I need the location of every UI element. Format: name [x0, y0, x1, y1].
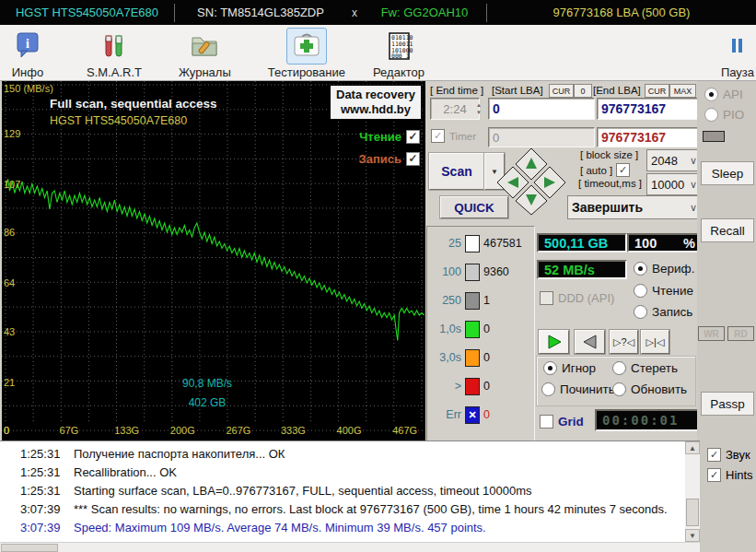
info-button[interactable]: i Инфо — [7, 28, 48, 79]
write-toggle[interactable]: Запись ✓ — [359, 152, 420, 166]
toolbar-label: Редактор — [373, 65, 425, 79]
hints-checkbox[interactable]: ✓ Hints — [707, 468, 753, 482]
seek-error-button[interactable]: ▷?◁ — [610, 330, 638, 354]
drive-capacity: 976773168 LBA (500 GB) — [487, 0, 756, 25]
elapsed-timer-display: 00:00:01 — [595, 409, 703, 431]
start-lba-input[interactable]: 0 — [488, 98, 595, 120]
timer-checkbox[interactable]: ✓ Timer — [431, 129, 476, 143]
close-icon[interactable]: x — [346, 0, 363, 25]
action-refresh-radio[interactable]: Обновить — [612, 382, 687, 396]
stats-color-swatch — [465, 349, 480, 367]
drive-model: HGST HTS545050A7E680 — [0, 0, 174, 25]
stats-threshold: 250 — [430, 294, 461, 307]
stats-color-swatch: ✕ — [465, 406, 480, 424]
log-horizontal-scrollbar[interactable] — [0, 542, 700, 552]
toolbar-label: Тестирование — [268, 65, 345, 79]
ddd-label: DDD (API) — [558, 291, 614, 305]
log-time: 3:07:39 — [20, 521, 74, 539]
read-toggle[interactable]: Чтение ✓ — [359, 130, 420, 144]
corner-filler — [700, 542, 756, 552]
log-panel: 1:25:31Получение паспорта накопителя... … — [0, 440, 700, 543]
sound-checkbox[interactable]: ✓ Звук — [707, 448, 750, 462]
mode-label: Вериф. — [652, 262, 694, 276]
sound-label: Звук — [726, 448, 750, 462]
seek-question-icon: ▷?◁ — [613, 336, 634, 348]
recall-button[interactable]: Recall — [701, 218, 754, 242]
toolbar-label: S.M.A.R.T — [87, 65, 142, 79]
action-erase-radio[interactable]: Стереть — [612, 361, 678, 375]
goto-end-icon: ▷|◁ — [646, 336, 665, 348]
grid-checkbox[interactable]: ✓ Grid — [540, 415, 584, 429]
test-control-panel: [ End time ] 2:24 ▲▼ ✓ Timer [Start LBA]… — [425, 81, 697, 440]
end-lba-input[interactable]: 976773167 — [597, 98, 700, 120]
binary-document-icon: 010110110011101000000 1 — [378, 28, 419, 65]
action-ignore-radio[interactable]: Игнор — [543, 361, 596, 375]
pause-button[interactable]: Пауза — [717, 28, 756, 79]
start-lba-label: [Start LBA] — [492, 85, 543, 96]
pio-radio[interactable]: PIO — [704, 108, 744, 122]
toolbar-label: Инфо — [12, 65, 43, 79]
scan-subtitle: HGST HTS545050A7E680 — [50, 114, 187, 127]
y-tick-label: 64 — [4, 277, 15, 288]
scroll-up-icon[interactable]: ▲ — [685, 441, 700, 454]
auto-checkbox[interactable]: [ auto ] ✓ — [580, 163, 630, 177]
rd-button[interactable]: RD — [727, 326, 754, 341]
mode-write-radio[interactable]: Запись — [634, 305, 692, 319]
stats-threshold: 1,0s — [430, 323, 461, 335]
log-vertical-scrollbar[interactable]: ▲ ▼ — [685, 441, 700, 542]
scroll-thumb[interactable] — [1, 544, 58, 552]
end-time-spinner[interactable]: 2:24 — [430, 98, 480, 120]
stats-count: 1 — [483, 294, 490, 307]
stats-row: 1,0s0 — [430, 321, 490, 337]
check-icon: ✓ — [616, 163, 630, 177]
scan-graph-panel: 150 (MB/s)129107866443210067G133G200G267… — [2, 81, 425, 440]
log-text: Speed: Maximum 109 MB/s. Average 74 MB/s… — [74, 521, 681, 539]
main-toolbar: i Инфо S.M.A.R.T Журналы Тестирование 01… — [0, 25, 756, 81]
wr-button[interactable]: WR — [698, 326, 725, 341]
stats-threshold: 100 — [430, 265, 461, 278]
start-lba-zero-button[interactable]: 0 — [574, 84, 592, 98]
mode-read-radio[interactable]: Чтение — [634, 284, 693, 298]
x-tick-label: 67G — [60, 425, 79, 436]
finish-action-select[interactable]: Завершить ∨ — [567, 195, 702, 219]
folder-pencil-icon — [184, 28, 225, 65]
sleep-button[interactable]: Sleep — [701, 161, 754, 185]
x-tick-label: 133G — [114, 425, 139, 436]
action-label: Игнор — [562, 361, 596, 375]
editor-button[interactable]: 010110110011101000000 1 Редактор — [373, 28, 425, 79]
pause-icon — [717, 28, 756, 65]
log-time: 3:07:39 — [20, 502, 74, 521]
chevron-down-icon: ∨ — [690, 155, 697, 167]
start-lba-cur-button[interactable]: CUR — [549, 84, 574, 98]
capacity-display: 500,11 GB — [537, 233, 627, 253]
log-time: 1:25:31 — [20, 484, 74, 502]
play-icon — [546, 335, 563, 349]
api-radio[interactable]: API — [704, 88, 743, 101]
block-time-stats-panel: 25467581100936025011,0s03,0s0>0Err✕0 — [426, 226, 535, 441]
scroll-thumb[interactable] — [686, 499, 699, 526]
first-aid-kit-icon — [286, 28, 327, 65]
block-size-select[interactable]: 2048 ∨ — [646, 149, 702, 171]
down-arrow-icon: ▼ — [476, 110, 482, 115]
quick-button[interactable]: QUICK — [440, 196, 508, 218]
end-lba-max-button[interactable]: MAX — [669, 84, 696, 98]
test-tubes-icon — [94, 28, 134, 65]
radio-icon — [634, 262, 647, 276]
action-remap-radio[interactable]: Починить — [541, 382, 615, 396]
mode-verify-radio[interactable]: Вериф. — [634, 262, 694, 276]
end-lba-cur-button[interactable]: CUR — [645, 84, 669, 98]
spinner-arrows[interactable]: ▲▼ — [473, 98, 484, 120]
scroll-down-icon[interactable]: ▼ — [685, 529, 700, 542]
scan-button[interactable]: Scan — [429, 153, 484, 190]
timeout-select[interactable]: 10000 ∨ — [646, 173, 702, 195]
api-label: API — [723, 88, 743, 101]
play-backward-button[interactable] — [575, 330, 605, 354]
passp-button[interactable]: Passp — [701, 392, 754, 416]
goto-end-button[interactable]: ▷|◁ — [641, 330, 669, 354]
smart-button[interactable]: S.M.A.R.T — [87, 28, 142, 79]
testing-button[interactable]: Тестирование — [268, 28, 345, 79]
play-forward-button[interactable] — [539, 330, 569, 354]
ddd-api-checkbox[interactable]: ✓ DDD (API) — [540, 291, 614, 305]
end-time-value: 2:24 — [443, 102, 466, 116]
journals-button[interactable]: Журналы — [179, 28, 231, 79]
